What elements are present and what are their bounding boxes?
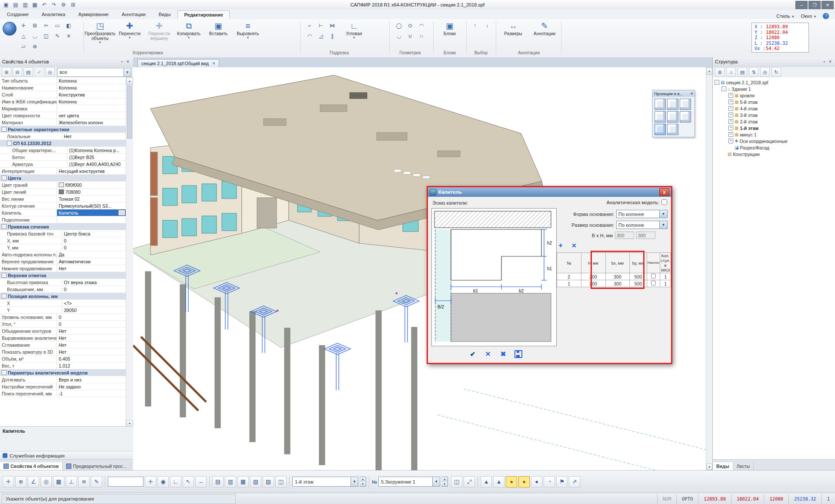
view-mode-icon[interactable]: ◫ xyxy=(275,476,287,487)
bottom-toolbar-icon[interactable]: ↔ xyxy=(195,476,207,487)
structure-toolbar-icon[interactable]: ◎ xyxy=(760,67,770,77)
viewport-scrollbar[interactable]: ▲ ▼ xyxy=(706,67,712,470)
property-row[interactable]: Подколонник ... xyxy=(0,216,126,223)
property-row[interactable]: Авто-подрезка колонны п... Да... xyxy=(0,251,126,258)
structure-toolbar-icon[interactable]: ↻ xyxy=(772,67,781,77)
tool-icon[interactable]: ◧ xyxy=(63,21,74,30)
tool-icon[interactable]: △ xyxy=(18,31,29,41)
cancel-button[interactable]: ✕ xyxy=(483,350,493,358)
property-row[interactable]: Уровень основания, мм 0... xyxy=(0,314,126,321)
expander-icon[interactable]: + xyxy=(728,132,733,137)
expander-icon[interactable]: - xyxy=(715,80,719,85)
bottom-toolbar-icon[interactable]: ◫ xyxy=(451,476,462,487)
property-row[interactable]: Контур сечения Прямоугольный(S0) S3.....… xyxy=(0,202,126,209)
tree-item[interactable]: + ✚ Оси координационные xyxy=(713,138,835,144)
properties-toolbar-icon[interactable]: ▤ xyxy=(23,67,33,77)
property-row[interactable]: Вес линии Тонкая 02... xyxy=(0,196,126,202)
expander-icon[interactable]: + xyxy=(728,126,733,130)
geometry-tool-icon[interactable]: ◡ xyxy=(394,31,404,41)
load-case-spinner[interactable]: ▲▼ xyxy=(441,477,448,487)
quick-access-icon[interactable]: ▤ xyxy=(11,1,20,9)
property-row[interactable]: Объём, м³ 0.405... xyxy=(0,355,126,362)
add-step-button[interactable]: + xyxy=(558,241,563,250)
cancel-all-button[interactable]: ✖ xyxy=(498,350,508,358)
projection-view-icon[interactable] xyxy=(655,111,666,123)
collapse-icon[interactable] xyxy=(2,370,7,375)
tree-item[interactable]: + ▦ 1-й этаж xyxy=(713,125,835,131)
expander-icon[interactable]: + xyxy=(728,119,733,124)
close-icon[interactable]: ✕ xyxy=(125,59,131,65)
close-icon[interactable]: ✕ xyxy=(212,61,216,66)
bottom-toolbar-icon[interactable]: ⊕ xyxy=(15,476,27,487)
steps-table-row[interactable]: 2 200 300 500 1 xyxy=(557,273,671,280)
load-case-dropdown[interactable]: 5.Загружение 1 ▼ xyxy=(378,477,440,487)
property-row[interactable]: Привязка базовой точ Центр бокса... xyxy=(0,230,126,237)
property-row[interactable]: Объединение контуров Нет... xyxy=(0,328,126,335)
property-row[interactable]: Позиция колонны, мм ... xyxy=(0,293,126,300)
trim-tool-icon[interactable]: ⌐ xyxy=(304,21,315,30)
property-row[interactable]: Арматура (1)Верт A400,A400,A240... xyxy=(0,161,126,168)
projection-view-icon[interactable] xyxy=(680,111,691,123)
bottom-toolbar-icon[interactable]: ✎ xyxy=(91,476,102,487)
bottom-toolbar-icon[interactable]: ● xyxy=(518,476,530,487)
property-row[interactable]: Угол, ° 0... xyxy=(0,321,126,328)
view-mode-icon[interactable]: ▤ xyxy=(212,476,224,487)
property-row[interactable]: Параметры аналитической модели ... xyxy=(0,369,126,376)
property-row[interactable]: Верхняя отметка ... xyxy=(0,272,126,279)
service-info-bar[interactable]: Служебная информация xyxy=(0,451,133,460)
apply-button[interactable]: ✔ xyxy=(468,350,478,358)
maximize-button[interactable]: ❐ xyxy=(808,1,821,9)
property-row[interactable]: Высотная привязка От верха этажа... xyxy=(0,279,126,286)
geometry-tool-icon[interactable]: ∩ xyxy=(416,31,427,41)
ribbon-button[interactable]: ▣ Вставить ▼ xyxy=(204,20,233,44)
collapse-icon[interactable] xyxy=(2,224,7,229)
dialog-title-bar[interactable]: Капитель x xyxy=(428,187,671,197)
structure-toolbar-icon[interactable]: ⇅ xyxy=(749,67,758,77)
ribbon-tab[interactable]: Создание xyxy=(1,10,35,19)
geometry-tool-icon[interactable]: ⊙ xyxy=(405,21,415,30)
window-menu[interactable]: Окно ▼ xyxy=(801,13,817,19)
steps-table-row[interactable]: 1 200 300 500 1 xyxy=(557,280,671,287)
ribbon-button[interactable]: ⧉ Копировать ▼ xyxy=(174,20,204,44)
projection-view-icon[interactable] xyxy=(655,124,666,135)
quick-access-icon[interactable]: ↷ xyxy=(50,1,58,9)
property-row[interactable]: Капитель Капитель... xyxy=(0,209,126,216)
snap-value-box[interactable] xyxy=(108,477,144,487)
property-row[interactable]: Дотягивать Верх и низ... xyxy=(0,376,126,383)
geometry-tool-icon[interactable]: ∪ xyxy=(405,31,415,41)
property-row[interactable]: Выравнивание аналитиче... Нет... xyxy=(0,335,126,342)
properties-filter-dropdown[interactable]: все ▼ xyxy=(57,68,131,77)
panel-tab[interactable]: Предварительный прос... xyxy=(63,462,130,470)
property-row[interactable]: Нижнее продавливание Нет... xyxy=(0,265,126,272)
ribbon-tab[interactable]: Аннотации xyxy=(116,10,152,19)
tool-icon[interactable]: ✂ xyxy=(41,21,51,30)
collapse-icon[interactable] xyxy=(7,141,12,146)
selection-tool-icon[interactable]: ↑ xyxy=(470,21,480,30)
property-row[interactable]: X <?>... xyxy=(0,300,126,307)
ribbon-button[interactable]: ✚ Перенести вершину ▼ xyxy=(144,20,174,44)
tree-item[interactable]: ▤ Конструкции xyxy=(713,151,835,157)
bottom-toolbar-icon[interactable]: ∠ xyxy=(28,476,39,487)
property-row[interactable]: Слой Конструктив... xyxy=(0,91,126,98)
property-row[interactable]: Верхнее продавливание Автоматически... xyxy=(0,258,126,265)
app-menu-button[interactable] xyxy=(3,22,17,36)
style-menu[interactable]: Стиль ▼ xyxy=(776,13,795,19)
quick-access-icon[interactable]: ▦ xyxy=(30,1,39,9)
trim-tool-icon[interactable]: ⊢ xyxy=(316,21,326,30)
trim-tool-icon[interactable]: ⋈ xyxy=(327,21,337,30)
property-row[interactable]: Привязка сечения ... xyxy=(0,223,126,230)
tree-item[interactable]: + ▦ 4-й этаж xyxy=(713,105,835,112)
pin-icon[interactable]: ▪ xyxy=(821,59,827,65)
property-row[interactable]: Возвышение, мм 0... xyxy=(0,286,126,293)
ribbon-tab[interactable]: Армирование xyxy=(72,10,115,19)
bottom-toolbar-icon[interactable]: ✛ xyxy=(3,476,14,487)
bottom-toolbar-icon[interactable]: ● xyxy=(531,476,542,487)
structure-toolbar-icon[interactable]: ≣ xyxy=(715,67,725,77)
uglovaya-button[interactable]: ∟ Угловая ▼ xyxy=(339,20,369,39)
collapse-icon[interactable] xyxy=(2,273,7,278)
view-mode-icon[interactable]: ▧ xyxy=(250,476,261,487)
document-tab[interactable]: секция 2.1_2018.spf:Общий вид ✕ xyxy=(137,59,219,67)
property-row[interactable]: Цвет линий 708080... xyxy=(0,189,126,196)
scroll-down-icon[interactable]: ▼ xyxy=(706,464,712,470)
expander-icon[interactable]: + xyxy=(728,106,733,111)
